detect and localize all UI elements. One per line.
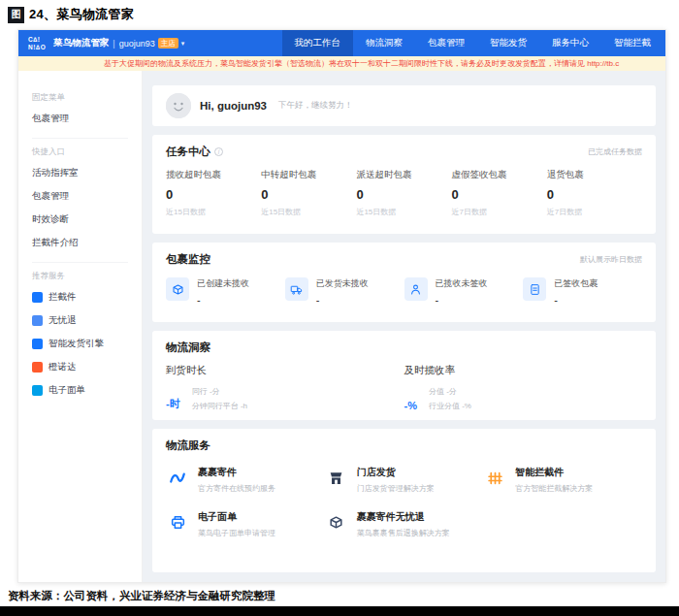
nav-item-smart-intercept[interactable]: 智能拦截: [601, 30, 663, 56]
task-metrics: 揽收超时包裹 0 近15日数据 中转超时包裹 0 近15日数据 派送超时包裹 0…: [152, 159, 656, 217]
metric-pickup-overdue: 揽收超时包裹 0 近15日数据: [166, 169, 261, 217]
dashboard-screenshot: C∆! N!∆O 菜鸟物流管家 | guojun93 主店 ▾ 我的工作台 物流…: [17, 29, 666, 583]
sidebar-item-timeliness-diagnosis[interactable]: 时效诊断: [32, 208, 142, 231]
service-store-shipping[interactable]: 门店发货 门店发货管理解决方案: [325, 466, 484, 494]
task-center-card: 任务中心 已完成任务数据 揽收超时包裹 0 近15日数据 中转超时包裹 0 近1…: [152, 135, 656, 234]
task-center-header: 任务中心 已完成任务数据: [152, 135, 656, 159]
sidebar-item-label: 拦截件: [48, 291, 77, 304]
monitor-items: 已创建未揽收 - 已发货未揽收 -: [152, 267, 656, 306]
task-data-link[interactable]: 已完成任务数据: [588, 146, 642, 157]
services-title: 物流服务: [166, 438, 210, 453]
service-guoguo-return[interactable]: 裹裹寄件无忧退 菜鸟裹裹售后退换解决方案: [325, 510, 484, 538]
source-line: 资料来源：公司资料，兴业证券经济与金融研究院整理: [8, 589, 275, 603]
sidebar-item-chengnuoda[interactable]: 橙诺达: [32, 355, 142, 378]
sidebar-item-intercept[interactable]: 拦截件: [32, 285, 142, 308]
intercept-icon: [32, 292, 43, 303]
sidebar-item-label: 橙诺达: [48, 361, 77, 373]
sidebar-item-smart-shipping-engine[interactable]: 智能发货引擎: [32, 332, 142, 355]
service-smart-intercept[interactable]: 智能拦截件 官方智能拦截解决方案: [483, 466, 642, 494]
guoguo-shipping-icon: [166, 466, 189, 489]
nav-item-package-management[interactable]: 包裹管理: [415, 30, 477, 56]
monitor-item-created[interactable]: 已创建未揽收 -: [166, 277, 285, 306]
package-monitor-title: 包裹监控: [166, 252, 210, 267]
top-navbar: C∆! N!∆O 菜鸟物流管家 | guojun93 主店 ▾ 我的工作台 物流…: [18, 30, 665, 56]
divider: [32, 138, 128, 139]
insight-stat: 行业分值 -%: [429, 401, 471, 411]
main-nav: 我的工作台 物流洞察 包裹管理 智能发货 服务中心 智能拦截: [282, 30, 664, 56]
sidebar-item-campaign-room[interactable]: 活动指挥室: [32, 161, 142, 184]
courier-icon: [404, 277, 428, 301]
metric-delivery-overdue: 派送超时包裹 0 近15日数据: [356, 169, 451, 217]
brand-name: 菜鸟物流管家: [53, 37, 109, 49]
insight-value: -时: [166, 397, 180, 411]
sidebar-item-label: 电子面单: [48, 384, 85, 397]
info-icon[interactable]: [214, 147, 223, 156]
metric-transit-overdue: 中转超时包裹 0 近15日数据: [261, 169, 356, 217]
sidebar-section-label: 固定菜单: [32, 92, 142, 104]
insight-col-arrival-duration: 到货时长 -时 同行 -分 分钟同行平台 -h: [166, 364, 404, 411]
sidebar-item-package-management[interactable]: 包裹管理: [32, 107, 142, 130]
notice-text: 基于大促期间的物流及系统压力，菜鸟智能发货引擎（智选物流）将在双十一和双十二期间…: [104, 59, 619, 68]
metric-returned: 退货包裹 0 近7日数据: [547, 169, 642, 217]
insight-header: 物流洞察: [152, 331, 656, 355]
service-e-waybill[interactable]: 电子面单 菜鸟电子面单申请管理: [166, 510, 325, 538]
store-badge[interactable]: 主店: [158, 38, 178, 49]
worry-free-return-icon: [32, 315, 43, 326]
nav-item-smart-shipping[interactable]: 智能发货: [477, 30, 539, 56]
e-waybill-icon: [32, 385, 43, 396]
monitor-hint: 默认展示昨日数据: [580, 254, 642, 265]
package-monitor-card: 包裹监控 默认展示昨日数据 已创建未揽收 -: [152, 243, 656, 322]
figure-tag: 图: [8, 7, 24, 23]
insight-value: -%: [404, 400, 417, 411]
chengnuoda-icon: [32, 362, 43, 373]
greeting-name: Hi, guojun93: [200, 100, 267, 112]
insight-title: 物流洞察: [166, 340, 210, 355]
sidebar-item-label: 智能发货引擎: [48, 338, 104, 350]
greeting-message: 下午好，继续努力！: [278, 100, 353, 112]
sidebar-item-intercept-intro[interactable]: 拦截件介绍: [32, 231, 142, 254]
logistics-insight-card: 物流洞察 到货时长 -时 同行 -分 分钟同行平台 -h: [152, 331, 656, 420]
store-shipping-icon: [325, 466, 348, 489]
main-content: Hi, guojun93 下午好，继续努力！ 任务中心 已完成任务数据 揽收超时…: [143, 71, 665, 582]
brand-separator: |: [113, 39, 114, 49]
sidebar-item-package-management-2[interactable]: 包裹管理: [32, 184, 142, 208]
page-title: 24、菜鸟物流管家: [29, 6, 134, 23]
cainiao-logo[interactable]: C∆! N!∆O: [28, 36, 46, 50]
package-monitor-header: 包裹监控 默认展示昨日数据: [152, 243, 656, 267]
username: guojun93: [119, 39, 155, 49]
greeting-card: Hi, guojun93 下午好，继续努力！: [152, 85, 656, 126]
logistics-services-card: 物流服务 裹裹寄件 官方寄件在线预约服务: [152, 429, 656, 572]
logo-line1: C∆!: [28, 36, 46, 43]
notice-bar: 基于大促期间的物流及系统压力，菜鸟智能发货引擎（智选物流）将在双十一和双十二期间…: [18, 56, 665, 71]
monitor-item-collected[interactable]: 已揽收未签收 -: [404, 277, 524, 306]
parcel-box-icon: [166, 277, 189, 301]
insight-col-ontime-pickup-rate: 及时揽收率 -% 分值 -分 行业分值 -%: [404, 364, 643, 411]
sidebar-item-e-waybill[interactable]: 电子面单: [32, 378, 142, 402]
sidebar-item-worry-free-return[interactable]: 无忧退: [32, 308, 142, 332]
logo-line2: N!∆O: [28, 44, 46, 50]
nav-item-service-center[interactable]: 服务中心: [539, 30, 601, 56]
monitor-item-shipped[interactable]: 已发货未揽收 -: [285, 277, 404, 306]
insight-stat: 分值 -分: [429, 386, 471, 397]
nav-item-my-workbench[interactable]: 我的工作台: [282, 30, 354, 56]
sidebar-item-label: 无忧退: [48, 314, 77, 327]
smart-intercept-fence-icon: [483, 466, 506, 489]
service-guoguo-shipping[interactable]: 裹裹寄件 官方寄件在线预约服务: [166, 466, 325, 494]
service-grid: 裹裹寄件 官方寄件在线预约服务 门: [152, 453, 656, 538]
monitor-item-signed[interactable]: 已签收包裹 -: [523, 277, 642, 306]
sidebar: 固定菜单 包裹管理 快捷入口 活动指挥室 包裹管理 时效诊断 拦截件介绍 推荐服…: [18, 71, 143, 582]
services-header: 物流服务: [152, 429, 656, 453]
task-center-title: 任务中心: [166, 145, 210, 159]
chevron-down-icon[interactable]: ▾: [181, 40, 185, 48]
sidebar-section-label: 推荐服务: [32, 271, 142, 282]
insight-stat: 同行 -分: [192, 386, 247, 397]
metric-fake-signed: 虚假签收包裹 0 近7日数据: [452, 169, 547, 217]
nav-item-logistics-insight[interactable]: 物流洞察: [353, 30, 415, 56]
e-waybill-printer-icon: [166, 510, 189, 534]
truck-icon: [285, 277, 308, 301]
insight-columns: 到货时长 -时 同行 -分 分钟同行平台 -h 及时揽收率 -%: [152, 355, 656, 411]
bottom-bar: [0, 606, 679, 616]
dashboard-body: 固定菜单 包裹管理 快捷入口 活动指挥室 包裹管理 时效诊断 拦截件介绍 推荐服…: [18, 71, 665, 582]
insight-stat: 分钟同行平台 -h: [192, 401, 247, 411]
return-box-icon: [325, 510, 348, 534]
